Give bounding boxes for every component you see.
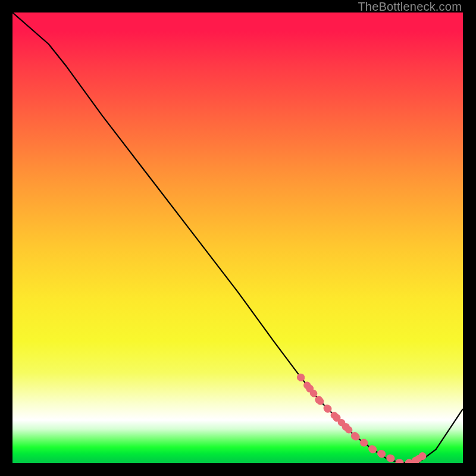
main-curve-path	[12, 12, 463, 463]
curve-line	[12, 12, 463, 463]
marker-dot	[405, 459, 413, 464]
chart-stage: TheBottleneck.com	[0, 0, 476, 476]
marker-dot	[418, 452, 426, 460]
marker-dot	[360, 439, 368, 446]
marker-dot	[324, 405, 331, 413]
marker-dot	[369, 446, 377, 453]
marker-path	[301, 377, 422, 463]
watermark-label: TheBottleneck.com	[358, 0, 462, 14]
marker-dot	[306, 385, 314, 393]
marker-dot	[342, 423, 350, 431]
marker-dot	[315, 396, 322, 404]
marker-dot	[351, 432, 359, 440]
curve-markers	[297, 374, 426, 463]
marker-dot	[378, 450, 386, 458]
marker-dot	[333, 414, 341, 422]
marker-dot	[297, 374, 305, 381]
plot-area	[12, 12, 463, 463]
marker-dot	[387, 455, 394, 462]
curve-svg	[12, 12, 463, 463]
